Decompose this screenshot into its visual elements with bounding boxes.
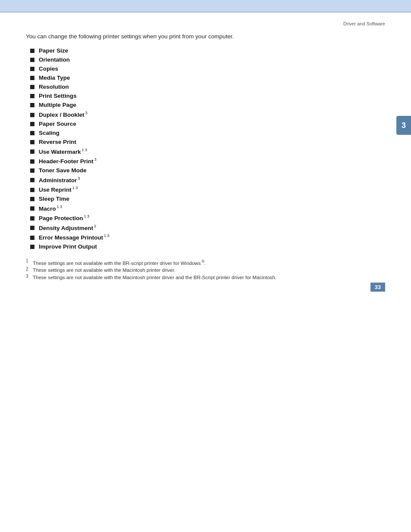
bullet-icon [30,206,34,211]
top-bar [0,0,411,12]
list-item: Paper Source [30,121,385,127]
superscript: 1 3 [82,148,87,152]
item-label: Media Type [39,75,70,81]
footnote-item: 1These settings are not available with t… [26,259,385,266]
superscript: 1 3 [72,186,78,190]
superscript: 3 [85,111,87,115]
intro-text: You can change the following printer set… [26,33,385,40]
item-label: Multiple Page [39,102,76,108]
page-number-container: 33 [371,283,385,292]
bullet-icon [30,245,34,249]
header-section: Driver and Software [26,21,385,26]
footnote-number: 1 [26,258,33,263]
list-item: Density Adjustment2 [30,224,385,231]
footnote-number: 3 [26,274,33,279]
superscript: 3 [94,157,97,162]
item-label: Paper Source [39,121,76,127]
bullet-icon [30,49,34,53]
bullet-icon [30,67,34,71]
bullet-icon [30,236,34,240]
list-item: Improve Print Output [30,243,385,250]
list-item: Multiple Page [30,102,385,108]
page-content: Driver and Software You can change the f… [0,12,411,299]
page-number: 33 [371,283,385,292]
list-item: Error Message Printout1 3 [30,233,385,241]
item-label: Duplex / Booklet3 [39,111,87,118]
item-label: Header-Footer Print3 [39,157,97,165]
bullet-icon [30,122,34,126]
superscript: 1 3 [104,233,109,238]
list-item: Media Type [30,75,385,81]
list-item: Use Reprint1 3 [30,186,385,193]
item-label: Scaling [39,130,59,136]
footnote-text: These settings are not available with th… [33,275,277,280]
footnote-item: 2These settings are not available with t… [26,268,385,273]
bullet-icon [30,58,34,62]
list-item: Resolution [30,84,385,90]
item-label: Orientation [39,56,70,63]
list-item: Macro1 3 [30,205,385,212]
bullet-icon [30,131,34,135]
item-label: Page Protection1 3 [39,214,89,221]
item-label: Administrator3 [39,176,80,184]
bullet-icon [30,85,34,89]
footnotes: 1These settings are not available with t… [26,259,385,280]
list-item: Orientation [30,56,385,63]
list-item: Duplex / Booklet3 [30,111,385,118]
item-label: Improve Print Output [39,243,97,250]
list-item: Reverse Print [30,139,385,145]
list-item: Header-Footer Print3 [30,157,385,165]
bullet-icon [30,103,34,107]
item-label: Paper Size [39,47,68,54]
bullet-icon [30,159,34,164]
chapter-number: 3 [402,121,406,130]
bullet-icon [30,197,34,201]
bullet-icon [30,226,34,230]
bullet-icon [30,140,34,144]
footnote-item: 3These settings are not available with t… [26,275,385,280]
bullet-icon [30,216,34,221]
list-item: Administrator3 [30,176,385,184]
list-container: Paper SizeOrientationCopiesMedia TypeRes… [30,47,385,250]
bullet-icon [30,188,34,192]
superscript: 1 3 [57,205,62,209]
superscript: 3 [78,176,80,180]
superscript: 1 3 [84,214,90,218]
item-label: Macro1 3 [39,205,62,212]
list-item: Sleep Time [30,196,385,202]
bullet-icon [30,149,34,154]
item-label: Reverse Print [39,139,76,145]
item-label: Sleep Time [39,196,69,202]
footnote-number: 2 [26,267,33,271]
bullet-icon [30,94,34,98]
bullet-icon [30,113,34,117]
list-item: Toner Save Mode [30,167,385,174]
list-item: Scaling [30,130,385,136]
item-label: Copies [39,65,58,72]
list-item: Copies [30,65,385,72]
bullet-icon [30,168,34,173]
list-item: Use Watermark1 3 [30,148,385,155]
footnote-text: These settings are not available with th… [33,259,206,266]
item-label: Resolution [39,84,69,90]
item-label: Toner Save Mode [39,167,87,174]
item-label: Error Message Printout1 3 [39,233,109,241]
superscript: 2 [94,224,96,228]
footnote-text: These settings are not available with th… [33,268,175,273]
item-label: Use Reprint1 3 [39,186,78,193]
list-item: Print Settings [30,93,385,99]
chapter-tab: 3 [396,116,411,135]
item-label: Use Watermark1 3 [39,148,87,155]
bullet-icon [30,76,34,80]
item-label: Print Settings [39,93,77,99]
list-item: Page Protection1 3 [30,214,385,221]
list-item: Paper Size [30,47,385,54]
section-label: Driver and Software [343,21,385,26]
item-label: Density Adjustment2 [39,224,96,231]
bullet-icon [30,178,34,182]
